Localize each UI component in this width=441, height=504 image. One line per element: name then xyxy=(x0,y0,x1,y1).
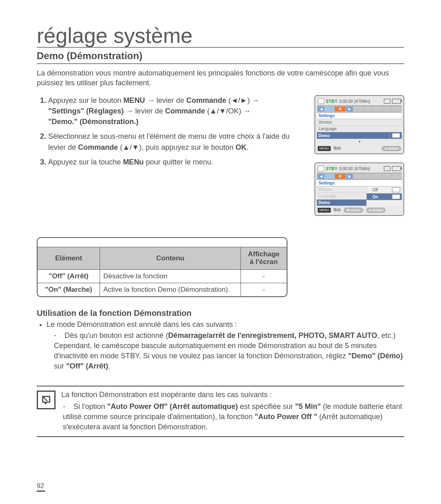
note-text: est spécifiée sur xyxy=(238,402,295,411)
time-remain: [475Min] xyxy=(354,167,370,171)
bold-text: "5 Min" xyxy=(295,402,321,411)
menu-item-version: Version xyxy=(317,187,366,193)
menu-label: MENU xyxy=(123,96,145,104)
steps-list: Appuyez sur le bouton MENU → levier de C… xyxy=(37,95,305,171)
tab-item xyxy=(363,174,372,179)
cell-off-contenu: Désactive la fonction xyxy=(100,269,241,283)
colon-label: : xyxy=(389,133,390,138)
col-aff-line1: Affichage xyxy=(248,250,279,258)
tab-right-icon: ▶ xyxy=(346,174,353,179)
lcd-screenshot-2: STBY 0:00:00 [475Min] ◀ ⚙ ▶ xyxy=(314,162,404,216)
col-contenu: Contenu xyxy=(100,247,241,269)
select-button-label: ● Select xyxy=(382,146,401,151)
list-text: Le mode Démonstration est annulé dans le… xyxy=(47,320,237,329)
submenu-table: Elément Contenu Affichage à l'écran "Off… xyxy=(38,247,287,296)
select-text: Select xyxy=(388,147,398,151)
note-box: La fonction Démonstration est inopérante… xyxy=(37,386,404,437)
tab-left-icon: ◀ xyxy=(318,174,324,179)
menu-label: Demo xyxy=(318,200,330,205)
stby-label: STBY xyxy=(326,99,338,104)
col-element: Elément xyxy=(38,247,100,269)
camera-icon xyxy=(318,98,324,104)
menu-label: Language xyxy=(318,194,337,198)
timecode: 0:00:00 xyxy=(339,167,353,171)
menu-label: MENu xyxy=(123,158,144,166)
bold-text: "Off" (Arrêt) xyxy=(66,362,108,370)
tab-strip: ◀ ⚙ ▶ xyxy=(317,173,402,180)
option-on: ✓On xyxy=(367,193,402,200)
function-usage-list: Le mode Démonstration est annulé dans le… xyxy=(47,320,404,372)
step-text: Appuyez sur le bouton xyxy=(48,96,123,104)
tab-strip: ◀ ⚙ ▶ xyxy=(317,105,402,113)
step-text: levier de xyxy=(156,96,186,104)
step-3: Appuyez sur la touche MENu pour quitter … xyxy=(48,157,305,167)
step-2: Sélectionnez le sous-menu et l'élément d… xyxy=(48,131,305,152)
col-aff-line2: à l'écran xyxy=(250,258,278,266)
value-icon xyxy=(392,133,400,138)
cell-on-element: "On" (Marche) xyxy=(38,283,100,296)
menu-item-demo: Demo xyxy=(317,200,366,206)
arrow-icon: → xyxy=(243,107,251,115)
time-remain: [475Min] xyxy=(354,99,370,104)
settings-header: Settings xyxy=(317,113,402,119)
select-text: Select xyxy=(372,208,383,212)
step-text: Appuyez sur la touche xyxy=(48,158,123,166)
bold-text: "Auto Power Off " xyxy=(255,413,317,421)
intro-paragraph: La démonstration vous montre automatique… xyxy=(37,68,404,88)
step-1: Appuyez sur le bouton MENU → levier de C… xyxy=(48,95,305,127)
note-text: Si l'option xyxy=(74,402,107,411)
menu-label: Version xyxy=(318,120,332,124)
battery-icon xyxy=(392,99,401,104)
up-down-ok-icon: (▲/▼/OK) xyxy=(205,107,243,115)
col-affichage: Affichage à l'écran xyxy=(241,247,287,269)
arrow-icon: → xyxy=(252,96,259,104)
commande-label: Commande xyxy=(78,143,118,151)
bold-text: Démarrage/arrêt de l'enregistrement, PHO… xyxy=(168,331,377,340)
tab-item xyxy=(392,174,401,179)
menu-item-version: Version xyxy=(317,119,402,126)
timecode: 0:00:00 xyxy=(339,99,353,104)
cell-on-aff: - xyxy=(241,283,287,296)
lcd-previews: STBY 0:00:00 [475Min] ◀ ⚙ ▶ xyxy=(314,95,404,224)
battery-icon xyxy=(392,166,401,171)
commande-label: Commande xyxy=(186,96,226,104)
check-icon: ✓ xyxy=(368,195,372,199)
menu-item-language: Language xyxy=(317,193,366,200)
dot-icon: ● xyxy=(369,208,372,212)
menu-label: Version xyxy=(318,187,332,192)
tab-item xyxy=(363,107,372,111)
tab-item xyxy=(325,174,334,179)
step-text: pour quitter le menu. xyxy=(144,158,213,166)
tab-item xyxy=(354,107,363,111)
tab-item: ⚙ xyxy=(335,107,346,111)
move-icon: ✥ xyxy=(347,208,351,212)
list-item: Le mode Démonstration est annulé dans le… xyxy=(47,320,404,372)
arrow-icon: → xyxy=(145,96,156,104)
bold-text: "Demo" (Démo) xyxy=(348,352,403,360)
lcd-screenshot-1: STBY 0:00:00 [475Min] ◀ ⚙ ▶ xyxy=(314,95,404,154)
card-icon xyxy=(384,166,390,171)
tab-item: ⚙ xyxy=(335,174,346,179)
step-text: . xyxy=(247,143,249,151)
left-right-icon: (◄/►) xyxy=(226,96,252,104)
submenu-box: Éléments de sous-menu Elément Contenu Af… xyxy=(37,237,287,297)
function-usage-title: Utilisation de la fonction Démonstration xyxy=(37,309,404,318)
value-icon xyxy=(392,187,400,192)
list-item: Si l'option "Auto Power Off" (Arrêt auto… xyxy=(63,402,404,433)
move-text: Move xyxy=(351,208,360,212)
list-text: Dès qu'un bouton est actionné ( xyxy=(65,331,168,340)
list-text: . xyxy=(108,362,110,370)
list-item: Dès qu'un bouton est actionné (Démarrage… xyxy=(54,331,404,372)
move-button-label: ✥ Move xyxy=(344,208,363,213)
menu-label: Language xyxy=(318,127,337,131)
section-title: Demo (Démonstration) xyxy=(37,50,404,64)
tab-item xyxy=(325,107,334,111)
page-title: réglage système xyxy=(37,24,404,48)
tab-item xyxy=(392,107,401,111)
scroll-down-icon: ▾ xyxy=(317,139,402,144)
select-button-label: ● Select xyxy=(366,208,385,213)
tab-left-icon: ◀ xyxy=(318,107,324,111)
exit-label: Exit xyxy=(334,146,341,151)
menu-button-label: MENU xyxy=(318,146,331,151)
menu-label: Demo xyxy=(318,133,330,138)
